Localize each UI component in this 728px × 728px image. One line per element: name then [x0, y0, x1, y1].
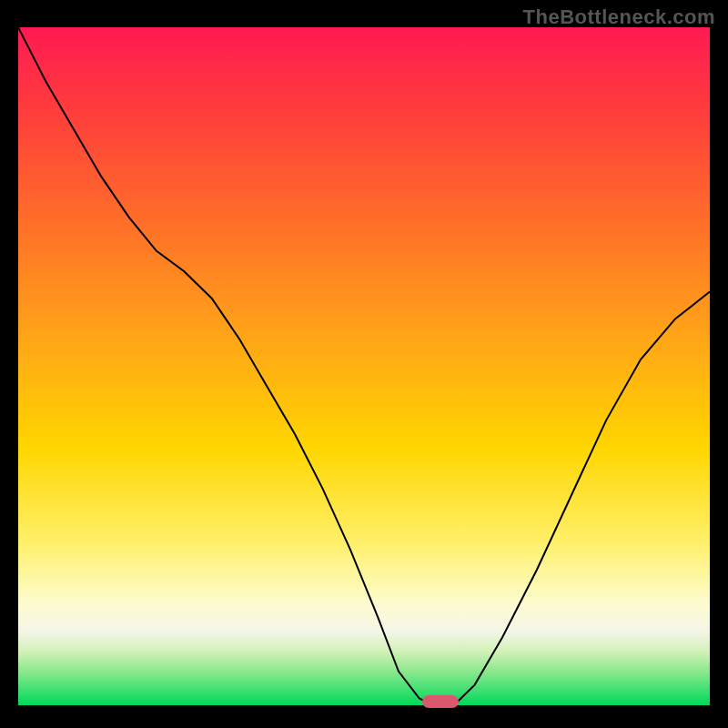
curve-svg [18, 27, 710, 705]
plot-area [18, 27, 710, 705]
watermark-text: TheBottleneck.com [523, 5, 715, 29]
optimal-point-marker [422, 695, 459, 708]
bottleneck-curve [18, 27, 710, 705]
chart-frame: TheBottleneck.com [0, 0, 728, 728]
